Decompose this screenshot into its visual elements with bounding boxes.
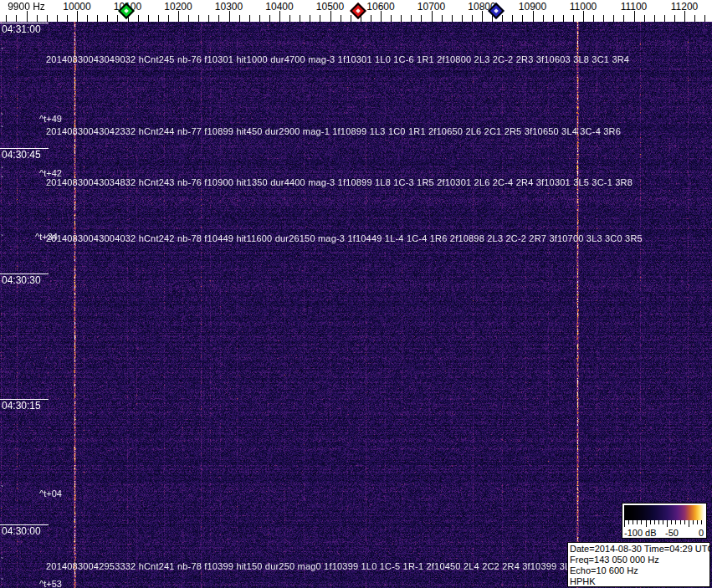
legend-tick-ruler — [624, 520, 704, 527]
freq-tick-mark — [482, 11, 483, 22]
freq-tick-mark — [593, 15, 594, 22]
freq-tick-mark — [37, 15, 38, 22]
freq-tick-mark — [401, 15, 402, 22]
time-label: 04:30:30 — [2, 274, 41, 286]
freq-tick-mark — [603, 15, 604, 22]
detection-text-line: 20140830043049032 hCnt245 nb-76 f10301 h… — [46, 54, 629, 64]
event-time-marker: ^t+49 — [39, 114, 62, 124]
freq-tick-mark — [613, 15, 614, 22]
info-frequency: Freq=143 050 000 Hz — [570, 555, 708, 565]
freq-tick-mark — [148, 15, 149, 22]
freq-tick-mark — [563, 15, 564, 22]
freq-tick-mark — [158, 15, 159, 22]
left-edge-caret-mark: ` — [1, 178, 3, 183]
left-edge-caret-mark: ` — [1, 580, 3, 585]
freq-tick-mark — [421, 15, 422, 22]
detection-text-line: 20140830043004032 hCnt242 nb-78 f10449 h… — [46, 233, 643, 243]
left-edge-caret-mark: ` — [1, 560, 3, 565]
event-time-marker: ^t+42 — [39, 168, 62, 178]
legend-min-label: -100 dB — [624, 528, 657, 538]
red-frequency-marker-diamond-icon[interactable] — [350, 3, 366, 19]
freq-tick-mark — [432, 11, 433, 22]
freq-tick-mark — [300, 15, 300, 22]
detection-text-line: 20140830043042332 hCnt244 nb-77 f10899 h… — [46, 126, 621, 136]
freq-tick-mark — [320, 15, 320, 22]
time-label: 04:30:45 — [2, 149, 41, 161]
time-label: 04:30:15 — [2, 400, 41, 412]
event-time-marker: ^t+34 — [35, 232, 58, 242]
freq-tick-mark — [249, 15, 250, 22]
freq-tick-mark — [411, 15, 412, 22]
freq-tick-mark — [472, 15, 473, 22]
freq-tick-mark — [218, 15, 219, 22]
marker-center-dot — [494, 8, 499, 13]
info-date-time: Date=2014-08-30 Time=04:29 UTC — [570, 544, 708, 555]
time-label: 04:31:00 — [2, 23, 41, 35]
freq-tick-mark — [371, 15, 371, 22]
left-edge-caret-mark: ` — [1, 237, 3, 242]
event-time-marker: ^t+53 — [39, 579, 62, 588]
freq-tick-mark — [664, 15, 665, 22]
freq-tick-mark — [623, 15, 624, 22]
freq-tick-mark — [198, 15, 199, 22]
freq-tick-mark — [6, 15, 7, 22]
left-edge-caret-mark: ` — [1, 169, 3, 174]
info-echo: Echo=10 600 Hz — [570, 565, 708, 576]
freq-tick-mark — [117, 15, 118, 22]
legend-max-label: 0 — [699, 528, 704, 538]
freq-tick-mark — [57, 15, 58, 22]
freq-tick-mark — [512, 15, 513, 22]
db-color-scale-legend: -100 dB -50 0 — [622, 503, 707, 539]
freq-tick-mark — [229, 11, 230, 22]
freq-tick-mark — [259, 15, 260, 22]
freq-tick-mark — [543, 15, 544, 22]
freq-tick-mark — [654, 15, 655, 22]
marker-center-dot — [124, 8, 129, 13]
legend-mid-label: -50 — [665, 528, 679, 538]
freq-tick-mark — [97, 15, 98, 22]
freq-tick-mark — [341, 15, 341, 22]
info-station-id: HPHK — [570, 576, 708, 587]
freq-tick-mark — [138, 15, 139, 22]
left-edge-caret-mark: ` — [1, 50, 3, 55]
observation-info-box: Date=2014-08-30 Time=04:29 UTC Freq=143 … — [567, 542, 710, 587]
freq-tick-mark — [310, 15, 310, 22]
freq-tick-mark — [522, 15, 523, 22]
freq-tick-mark — [107, 15, 108, 22]
time-label: 04:30:00 — [2, 525, 41, 537]
freq-tick-mark — [502, 15, 503, 22]
spectrogram-display[interactable] — [0, 22, 712, 588]
freq-tick-mark — [330, 11, 331, 22]
freq-tick-mark — [533, 11, 534, 22]
freq-tick-mark — [684, 11, 685, 22]
left-edge-caret-mark: ` — [1, 115, 3, 120]
colormap-gradient-bar — [624, 505, 704, 520]
freq-tick-mark — [47, 15, 48, 22]
freq-tick-mark — [452, 15, 453, 22]
left-edge-caret-mark: ` — [1, 128, 3, 133]
freq-tick-mark — [391, 15, 392, 22]
freq-tick-mark — [381, 11, 382, 22]
detection-text-line: 20140830042953332 hCnt241 nb-78 f10399 h… — [46, 561, 599, 571]
freq-tick-mark — [573, 15, 574, 22]
freq-tick-mark — [704, 15, 705, 22]
freq-tick-mark — [67, 15, 68, 22]
freq-tick-mark — [168, 15, 169, 22]
freq-tick-mark — [634, 11, 635, 22]
freq-tick-mark — [644, 15, 645, 22]
frequency-axis-ruler: 9900 Hz100001010010200103001040010500106… — [0, 0, 712, 22]
freq-tick-mark — [351, 15, 351, 22]
freq-tick-mark — [77, 11, 78, 22]
freq-tick-mark — [289, 15, 290, 22]
freq-tick-mark — [462, 15, 463, 22]
event-time-marker: ^t+04 — [39, 488, 62, 499]
freq-tick-mark — [269, 15, 270, 22]
freq-tick-mark — [178, 11, 179, 22]
freq-tick-mark — [674, 15, 675, 22]
freq-tick-mark — [239, 15, 240, 22]
freq-tick-mark — [188, 15, 189, 22]
freq-tick-mark — [279, 11, 280, 22]
freq-tick-mark — [442, 15, 443, 22]
freq-tick-mark — [553, 15, 554, 22]
freq-tick-mark — [583, 11, 584, 22]
